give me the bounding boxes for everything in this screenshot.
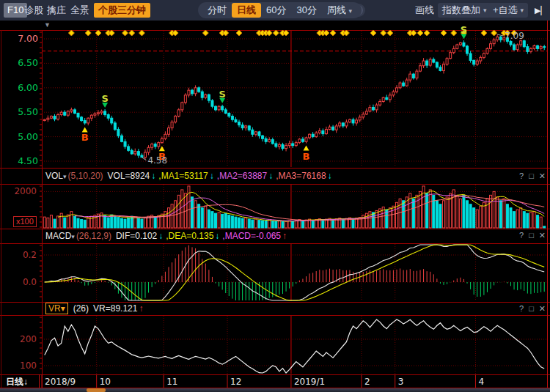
vr-plot — [45, 319, 544, 373]
svg-text:5.50: 5.50 — [18, 106, 38, 117]
close-icon[interactable]: ✕ — [539, 171, 546, 181]
svg-text:4.58: 4.58 — [147, 155, 167, 166]
sell-marker: S — [219, 89, 225, 100]
arrow-down-icon: ↓ — [23, 377, 28, 387]
arrow-down-icon: ↓ — [215, 231, 219, 241]
svg-text:11: 11 — [166, 377, 177, 387]
scrollbar-thumb[interactable] — [87, 388, 106, 392]
sell-arrow-icon — [102, 103, 108, 108]
macd-value-2: ,MACD=-0.065 — [222, 231, 281, 241]
chevron-down-icon: ▾ — [349, 7, 353, 15]
svg-text:10: 10 — [100, 377, 111, 387]
tab-30min[interactable]: 30分 — [291, 3, 321, 18]
vol-title[interactable]: VOL▾ — [45, 171, 67, 181]
tab-daily[interactable]: 日线 — [232, 3, 261, 18]
close-icon[interactable]: ✕ — [539, 304, 546, 314]
macd-title[interactable]: MACD▾ — [45, 231, 75, 241]
chevron-down-icon: ▾ — [71, 233, 75, 240]
macd-value-0: DIF=0.102 — [116, 231, 157, 241]
vr-value-0: VR=89.121 — [93, 303, 137, 314]
macd-params: (26,12,9) — [76, 231, 111, 241]
maximize-icon[interactable]: □ — [529, 171, 534, 181]
stock-3min-button[interactable]: 个股三分钟 — [94, 3, 150, 18]
draw-line-button[interactable]: 画线 — [415, 3, 434, 18]
chart-scrollbar[interactable] — [0, 388, 550, 392]
arrow-down-icon: ↓ — [210, 171, 214, 181]
svg-text:6.00: 6.00 — [18, 82, 38, 93]
help-icon[interactable]: ? — [519, 171, 524, 181]
sell-marker: S — [461, 24, 467, 35]
stock-chart-app: F10 诊股 擒庄 全景 个股三分钟 分时 日线 60分 30分 周线 ▾ + … — [0, 0, 550, 392]
help-icon[interactable]: ? — [519, 231, 524, 240]
trade-markers: BBBSSS — [81, 24, 467, 162]
tab-60min[interactable]: 60分 — [261, 3, 291, 18]
axis-labels: 7.006.506.005.505.004.5020000.20.0200100 — [14, 32, 42, 371]
svg-text:4: 4 — [478, 377, 484, 387]
arrow-down-icon: ↓ — [158, 231, 163, 241]
svg-text:2000: 2000 — [14, 186, 37, 196]
volume-pane-header: VOL▾(5,10,20)VOL=8924↓,MA1=53117↓,MA2=63… — [0, 169, 550, 183]
svg-text:7.00: 7.00 — [18, 33, 38, 44]
date-axis: 2018/91011122019/1234 — [40, 374, 485, 388]
volume-unit-label: x100 — [13, 216, 37, 227]
svg-text:6.50: 6.50 — [18, 57, 38, 68]
svg-text:5.00: 5.00 — [18, 131, 38, 142]
buy-arrow-icon — [304, 146, 309, 151]
candles — [43, 34, 545, 160]
svg-text:200: 200 — [20, 334, 37, 344]
macd-pane-header: MACD▾(26,12,9)DIF=0.102↓,DEA=0.135↓,MACD… — [0, 229, 550, 243]
maximize-icon[interactable]: □ — [529, 304, 534, 314]
svg-text:4.50: 4.50 — [18, 155, 38, 166]
vol-value-2: ,MA2=63887 — [217, 171, 267, 181]
svg-text:2018/9: 2018/9 — [45, 377, 76, 387]
signal-diamonds — [68, 30, 517, 36]
arrow-down-icon: ↓ — [151, 171, 155, 181]
capture-banker-link[interactable]: 擒庄 — [47, 3, 66, 18]
vol-value-1: ,MA1=53117 — [158, 171, 208, 181]
candlestick-chart[interactable]: 7.006.506.005.505.004.5020000.20.0200100… — [0, 0, 550, 392]
sell-arrow-icon — [461, 34, 466, 39]
chevron-down-icon: ▾ — [63, 173, 67, 180]
timeframe-group: 分时 日线 60分 30分 周线 ▾ — [198, 2, 362, 18]
buy-arrow-icon — [82, 127, 88, 132]
chevron-down-icon: ▾ — [483, 3, 487, 18]
vol-value-3: ,MA3=76168 — [276, 171, 326, 181]
tab-intraday[interactable]: 分时 — [202, 3, 232, 18]
vol-value-0: VOL=8924 — [108, 171, 150, 181]
svg-text:2019/1: 2019/1 — [294, 377, 325, 387]
period-label[interactable]: 日线↓ — [6, 376, 28, 388]
toolbar: F10 诊股 擒庄 全景 个股三分钟 分时 日线 60分 30分 周线 ▾ + … — [0, 0, 550, 21]
maximize-icon[interactable]: □ — [529, 231, 534, 240]
buy-marker: B — [303, 151, 310, 162]
collapse-panel-icon[interactable]: ▶▏ — [535, 3, 547, 18]
buy-marker: B — [81, 132, 89, 143]
arrow-up-icon: ↑ — [139, 303, 143, 314]
help-icon[interactable]: ? — [519, 304, 524, 314]
close-icon[interactable]: ✕ — [539, 231, 546, 240]
svg-text:100: 100 — [20, 360, 37, 371]
sell-arrow-icon — [219, 98, 225, 103]
gridlines — [42, 31, 547, 374]
svg-text:12: 12 — [230, 377, 241, 387]
svg-text:7.09: 7.09 — [505, 31, 524, 41]
diagnose-stock-link[interactable]: 诊股 — [24, 3, 43, 18]
arrow-down-icon: ↓ — [328, 171, 332, 181]
volume-bars — [43, 186, 545, 228]
macd-value-1: ,DEA=0.135 — [166, 231, 213, 241]
vr-title[interactable]: VR▾ — [45, 303, 68, 314]
svg-text:0.2: 0.2 — [23, 250, 37, 260]
svg-text:2: 2 — [364, 377, 370, 387]
main-indicator-dropdown[interactable]: ▼ — [44, 21, 51, 29]
add-watchlist-dropdown[interactable]: +自选▾ — [488, 3, 528, 18]
sell-marker: S — [101, 93, 108, 104]
vr-pane-header: VR▾(26)VR=89.121↑?□✕ — [0, 302, 550, 315]
panorama-link[interactable]: 全景 — [70, 3, 89, 18]
macd-plot — [45, 245, 544, 300]
vr-params: (26) — [73, 303, 89, 314]
arrow-down-icon: ↓ — [268, 171, 273, 181]
svg-text:0.0: 0.0 — [23, 277, 37, 287]
index-overlay-dropdown[interactable]: 指数叠加▾ — [438, 3, 491, 18]
arrow-up-icon: ↑ — [282, 231, 287, 241]
svg-text:3: 3 — [398, 377, 404, 387]
tab-weekly[interactable]: 周线 ▾ — [322, 3, 357, 18]
